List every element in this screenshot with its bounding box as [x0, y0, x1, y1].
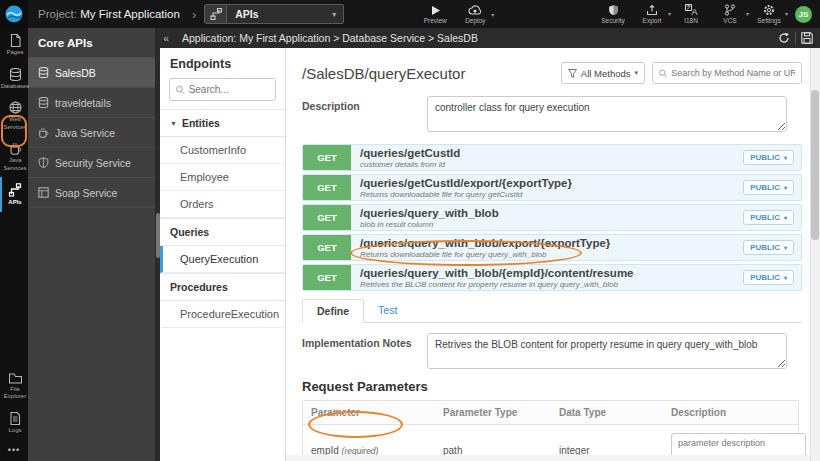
rail-item-pages[interactable]: Pages	[0, 28, 28, 62]
endpoint-description: customer details from id	[360, 160, 460, 169]
chevron-down-icon: ▾	[785, 10, 788, 17]
main-scroll-thumb[interactable]	[811, 90, 819, 240]
core-panel-scroll-thumb[interactable]	[156, 213, 160, 258]
endpoint-item-queryexecution[interactable]: QueryExecution	[160, 246, 285, 273]
tab-test[interactable]: Test	[364, 299, 411, 322]
user-avatar[interactable]: JS	[795, 6, 812, 23]
chevron-down-icon: ▾	[668, 10, 671, 17]
chevron-down-icon: ▾	[784, 244, 787, 251]
core-item-java-service[interactable]: Java Service	[28, 118, 155, 148]
core-item-traveldetails[interactable]: traveldetails	[28, 88, 155, 118]
access-dropdown[interactable]: PUBLIC▾	[743, 270, 794, 285]
section-label: Queries	[170, 226, 209, 238]
core-item-label: Soap Service	[55, 187, 117, 199]
vcs-label: VCS	[723, 17, 736, 24]
chevron-down-icon: ▾	[491, 11, 494, 18]
chevron-right-icon: ›	[192, 7, 196, 22]
refresh-button[interactable]	[775, 30, 793, 46]
deploy-label: Deploy	[465, 17, 485, 24]
description-textarea[interactable]: controller class for query execution	[427, 96, 787, 132]
tab-define[interactable]: Define	[302, 299, 364, 323]
deploy-button[interactable]: ▾ Deploy	[462, 5, 488, 24]
main-scrollbar[interactable]	[810, 48, 820, 461]
rail-item-databases[interactable]: Databases	[0, 62, 28, 96]
endpoints-title: Endpoints	[160, 48, 285, 78]
app-logo[interactable]	[0, 0, 28, 28]
export-label: Export	[643, 17, 662, 24]
wavemaker-logo-icon	[5, 5, 23, 23]
chevron-down-icon: ▾	[784, 184, 787, 191]
method-search-input[interactable]	[671, 68, 795, 78]
bottom-strip	[286, 455, 810, 461]
method-badge: GET	[303, 175, 351, 200]
core-item-salesdb[interactable]: SalesDB	[28, 58, 155, 88]
export-button[interactable]: ▾ Export	[639, 4, 665, 24]
rail-item-logs[interactable]: Logs	[0, 406, 28, 440]
implementation-notes-textarea[interactable]: Retrives the BLOB content for property r…	[427, 333, 787, 369]
save-button[interactable]	[798, 30, 816, 46]
divider	[795, 32, 796, 44]
table-header-row: Parameter Parameter Type Data Type Descr…	[303, 401, 798, 425]
i18n-label: I18N	[684, 17, 698, 24]
core-item-security-service[interactable]: Security Service	[28, 148, 155, 178]
column-header: Data Type	[551, 401, 663, 424]
implementation-notes-label: Implementation Notes	[302, 333, 427, 369]
endpoint-item-customerinfo[interactable]: CustomerInfo	[160, 137, 285, 164]
methods-filter-dropdown[interactable]: All Methods ▾	[561, 62, 645, 84]
method-search[interactable]	[652, 62, 802, 84]
access-dropdown[interactable]: PUBLIC▾	[743, 240, 794, 255]
endpoint-item-employee[interactable]: Employee	[160, 164, 285, 191]
module-selector-dropdown[interactable]: APIs ▾	[204, 4, 344, 24]
application-breadcrumb: Application: My First Application > Data…	[182, 32, 478, 44]
core-item-soap-service[interactable]: Soap Service	[28, 178, 155, 208]
endpoint-item-orders[interactable]: Orders	[160, 191, 285, 218]
access-dropdown[interactable]: PUBLIC▾	[743, 210, 794, 225]
access-dropdown[interactable]: PUBLIC▾	[743, 150, 794, 165]
rail-item-web-services[interactable]: Web Services	[0, 95, 28, 136]
core-item-label: Security Service	[55, 157, 131, 169]
database-icon	[38, 67, 49, 78]
access-dropdown[interactable]: PUBLIC▾	[743, 180, 794, 195]
collapse-panel-button[interactable]: «	[158, 30, 174, 46]
chevron-down-icon: ▾	[784, 274, 787, 281]
shield-icon	[608, 4, 619, 16]
play-icon	[430, 5, 441, 16]
endpoints-search-input[interactable]	[189, 84, 269, 95]
column-header: Description	[663, 401, 798, 424]
endpoint-row[interactable]: GET /queries/query_with_blob blob in res…	[302, 204, 802, 231]
section-entities[interactable]: ▼ Entities	[160, 109, 285, 137]
more-options-icon[interactable]: •••	[0, 439, 28, 461]
method-badge: GET	[303, 205, 351, 230]
core-apis-title: Core APIs	[28, 28, 155, 58]
section-label: Procedures	[170, 281, 228, 293]
security-button[interactable]: Security	[600, 4, 626, 24]
endpoint-item-procedureexecution[interactable]: ProcedureExecution	[160, 301, 285, 328]
rail-item-apis[interactable]: APIs	[0, 177, 28, 212]
endpoint-url: /queries/query_with_blob/{empId}/content…	[360, 267, 634, 280]
method-badge: GET	[303, 145, 351, 170]
application-breadcrumb-bar: « Application: My First Application > Da…	[155, 28, 820, 48]
endpoint-row[interactable]: GET /queries/query_with_blob/export/{exp…	[302, 234, 802, 261]
shield-icon	[38, 157, 49, 168]
section-procedures[interactable]: Procedures	[160, 273, 285, 301]
endpoints-search[interactable]	[169, 78, 276, 101]
rail-item-java-services[interactable]: Java Services	[0, 136, 28, 177]
logs-icon	[9, 412, 21, 425]
chevron-down-icon: ▾	[746, 10, 749, 17]
i18n-button[interactable]: A I18N	[678, 4, 704, 24]
endpoint-row[interactable]: GET /queries/getCustId/export/{exportTyp…	[302, 174, 802, 201]
endpoint-row-selected[interactable]: GET /queries/query_with_blob/{empId}/con…	[302, 264, 802, 291]
endpoint-row[interactable]: GET /queries/getCustId customer details …	[302, 144, 802, 171]
project-breadcrumb: Project: My First Application	[38, 8, 180, 20]
section-queries[interactable]: Queries	[160, 218, 285, 246]
preview-button[interactable]: Preview	[422, 5, 448, 24]
method-badge: GET	[303, 265, 351, 290]
vcs-button[interactable]: ▾ VCS	[717, 4, 743, 24]
project-name: My First Application	[80, 8, 180, 20]
apis-icon	[8, 183, 22, 197]
column-header: Parameter Type	[435, 401, 551, 424]
rail-item-file-explorer[interactable]: File Explorer	[0, 367, 28, 406]
settings-button[interactable]: ▾ Settings	[756, 4, 782, 24]
rail-label: APIs	[8, 199, 21, 207]
svg-text:A: A	[691, 7, 697, 16]
